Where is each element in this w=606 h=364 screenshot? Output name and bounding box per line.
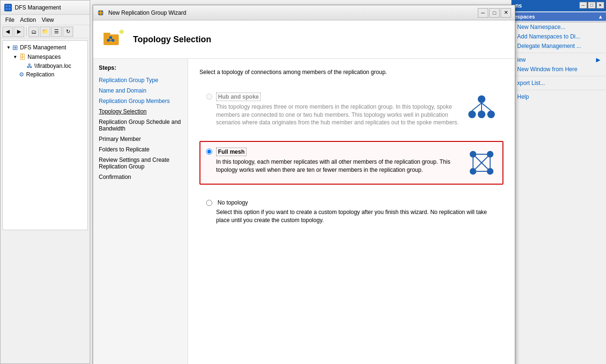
wizard-header-icon	[103, 28, 125, 51]
wizard-titlebar: New Replication Group Wizard ─ □ ✕	[93, 5, 515, 20]
sidebar-scroll-up[interactable]: ▲	[598, 14, 603, 19]
svg-line-27	[472, 103, 482, 111]
sidebar-section-title: espaces	[514, 14, 535, 19]
sidebar-help[interactable]: Help	[511, 92, 606, 102]
wizard-titlebar-controls: ─ □ ✕	[478, 8, 511, 18]
sidebar-maximize-btn[interactable]: □	[588, 2, 596, 9]
right-sidebar: ns ─ □ ✕ espaces ▲ New Namespace... Add …	[511, 0, 606, 364]
toolbar-refresh-btn[interactable]: ↻	[63, 27, 73, 37]
right-sidebar-header-text: ns	[515, 2, 522, 9]
sidebar-view[interactable]: iew ▶	[511, 55, 606, 65]
svg-point-12	[120, 30, 123, 34]
sidebar-view-arrow: ▶	[596, 56, 600, 63]
content-panel: Select a topology of connections among m…	[188, 59, 515, 364]
wizard-title-icon	[97, 9, 104, 17]
tree-item-replication[interactable]: ⚙ Replication	[5, 70, 85, 79]
toolbar-list-btn[interactable]: ☰	[51, 27, 62, 37]
radio-hub-spoke[interactable]	[206, 93, 212, 100]
toolbar-sep1	[26, 28, 27, 36]
wizard-body: Steps: Replication Group Type Name and D…	[93, 59, 515, 364]
wizard-title-text: New Replication Group Wizard	[108, 9, 186, 16]
content-description: Select a topology of connections among m…	[199, 68, 503, 76]
replication-icon: ⚙	[19, 71, 24, 78]
step-primary-member: Primary Member	[93, 134, 188, 144]
dfs-titlebar: DFS Management	[0, 0, 90, 15]
toolbar-up-btn[interactable]: 🗂	[28, 27, 39, 37]
topology-hub-spoke[interactable]: Hub and spoke This topology requires thr…	[199, 86, 503, 133]
tree-item-server[interactable]: 🖧 \\firatboyan.loc	[5, 62, 85, 70]
topology-full-mesh[interactable]: Full mesh In this topology, each member …	[199, 141, 503, 185]
svg-point-7	[98, 13, 100, 15]
toolbar-forward-btn[interactable]: ▶	[14, 27, 24, 37]
svg-rect-1	[9, 5, 10, 7]
wizard-minimize-btn[interactable]: ─	[478, 8, 488, 18]
expand-replication	[12, 72, 18, 77]
hub-spoke-title: Hub and spoke	[216, 93, 261, 101]
dfs-management-icon: ⊞	[12, 44, 18, 51]
menu-action[interactable]: Action	[17, 16, 38, 24]
hub-spoke-desc: This topology requires three or more mem…	[216, 103, 461, 127]
svg-point-32	[470, 168, 476, 175]
expand-dfs: ▼	[6, 45, 11, 50]
svg-point-24	[468, 111, 476, 118]
svg-point-8	[101, 13, 103, 15]
sidebar-minimize-btn[interactable]: ─	[579, 2, 587, 9]
sidebar-close-btn[interactable]: ✕	[597, 2, 604, 9]
sidebar-sep2	[511, 76, 606, 76]
svg-point-26	[487, 111, 495, 118]
svg-rect-0	[6, 5, 8, 7]
sidebar-new-namespace[interactable]: New Namespace...	[511, 22, 606, 32]
expand-server	[20, 63, 26, 69]
no-topology-desc: Select this option if you want to create…	[216, 208, 497, 224]
sidebar-new-window[interactable]: New Window from Here	[511, 65, 606, 74]
radio-full-mesh[interactable]	[206, 149, 212, 155]
tree-label-dfs-management: DFS Management	[20, 44, 66, 51]
step-name-domain[interactable]: Name and Domain	[93, 85, 188, 96]
full-mesh-desc: In this topology, each member replicates…	[216, 158, 461, 174]
dfs-title-text: DFS Management	[15, 4, 61, 11]
svg-point-33	[487, 168, 493, 175]
sidebar-sep3	[511, 90, 606, 90]
svg-line-29	[482, 103, 491, 111]
wizard-header: Topology Selection	[93, 20, 515, 59]
tree-label-server: \\firatboyan.loc	[34, 63, 71, 69]
menu-file[interactable]: File	[2, 16, 17, 24]
steps-label: Steps:	[93, 65, 188, 75]
sidebar-add-namespaces[interactable]: Add Namespaces to Di...	[511, 32, 606, 41]
step-schedule-bandwidth: Replication Group Schedule and Bandwidth	[93, 117, 188, 134]
step-topology-selection[interactable]: Topology Selection	[93, 106, 188, 117]
svg-point-30	[470, 151, 476, 158]
namespaces-icon: 🗄	[19, 53, 26, 61]
sidebar-window-controls: ─ □ ✕	[579, 2, 604, 9]
wizard-dialog: New Replication Group Wizard ─ □ ✕	[93, 5, 515, 364]
step-replication-members[interactable]: Replication Group Members	[93, 96, 188, 106]
wizard-close-btn[interactable]: ✕	[501, 8, 511, 18]
menu-view[interactable]: View	[39, 16, 57, 24]
svg-rect-11	[104, 33, 110, 36]
svg-point-31	[487, 151, 493, 158]
expand-namespaces: ▼	[12, 54, 18, 60]
server-icon: 🖧	[27, 63, 32, 69]
full-mesh-title: Full mesh	[216, 148, 246, 156]
hub-spoke-content: Hub and spoke This topology requires thr…	[216, 93, 461, 127]
tree-item-dfs-management[interactable]: ▼ ⊞ DFS Management	[5, 43, 85, 52]
radio-no-topology[interactable]	[206, 200, 212, 206]
dfs-toolbar: ◀ ▶ 🗂 📁 ☰ ↻	[0, 25, 90, 38]
svg-point-25	[478, 111, 485, 118]
sidebar-view-label: iew	[517, 56, 526, 63]
hub-spoke-icon	[466, 93, 497, 123]
sidebar-export-list[interactable]: xport List...	[511, 78, 606, 88]
main-window: DFS Management File Action View ◀ ▶ 🗂 📁 …	[0, 0, 606, 364]
tree-item-namespaces[interactable]: ▼ 🗄 Namespaces	[5, 52, 85, 62]
toolbar-folder-btn[interactable]: 📁	[40, 27, 50, 37]
toolbar-back-btn[interactable]: ◀	[2, 27, 13, 37]
svg-point-23	[478, 95, 485, 103]
wizard-titlebar-left: New Replication Group Wizard	[97, 9, 186, 17]
sidebar-delegate-management[interactable]: Delegate Management ...	[511, 41, 606, 51]
svg-rect-2	[6, 8, 8, 10]
topology-no-topology[interactable]: No topology Select this option if you wa…	[199, 192, 503, 231]
step-replication-group-type[interactable]: Replication Group Type	[93, 75, 188, 85]
step-review-settings: Review Settings and Create Replication G…	[93, 155, 188, 172]
dfs-menubar: File Action View	[0, 15, 90, 25]
wizard-maximize-btn[interactable]: □	[489, 8, 500, 18]
